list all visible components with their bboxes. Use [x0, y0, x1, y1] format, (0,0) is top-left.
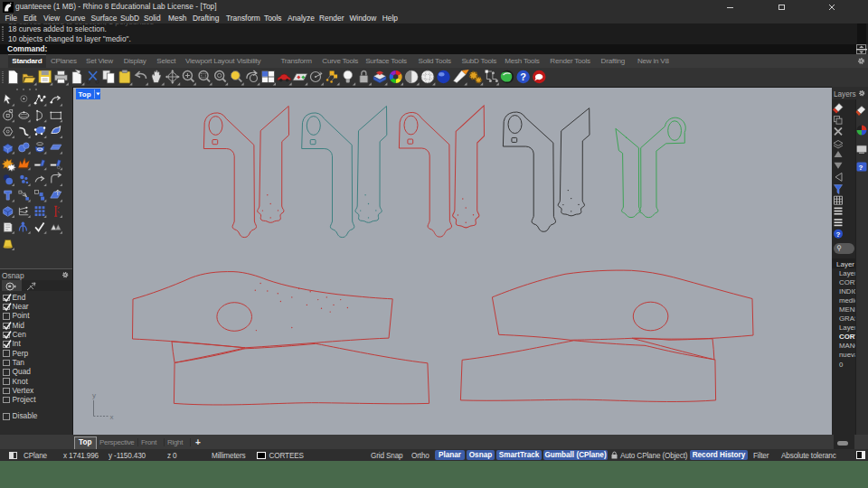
svg-text:?: ?	[836, 230, 841, 239]
svg-text:?: ?	[859, 164, 863, 172]
svg-text:?: ?	[520, 71, 526, 82]
